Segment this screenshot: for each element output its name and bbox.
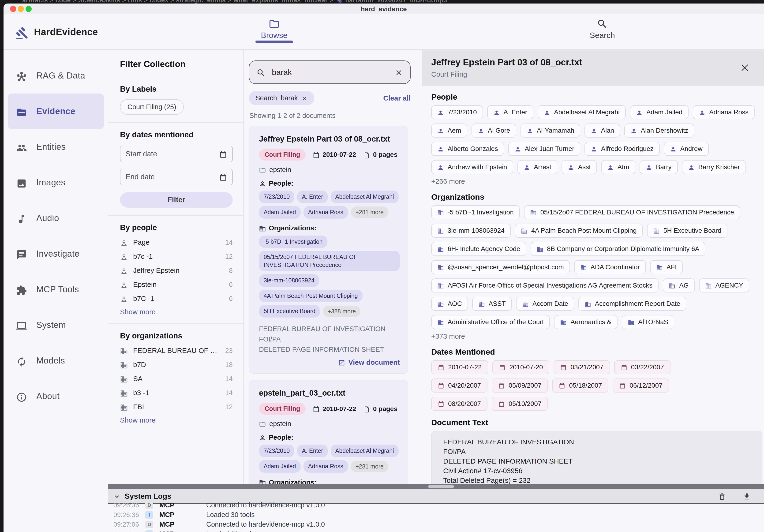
person-chip[interactable]: Abdelbaset Al Megrahi bbox=[331, 444, 399, 457]
person-entity-chip[interactable]: Abdelbaset Al Megrahi bbox=[538, 105, 626, 119]
people-facet-row[interactable]: Page 14 bbox=[120, 235, 233, 249]
sidebar-item-models[interactable]: Models bbox=[8, 343, 104, 379]
person-entity-chip[interactable]: Al Gore bbox=[472, 123, 516, 137]
org-facet-row[interactable]: FBI 12 bbox=[120, 400, 233, 414]
organization-chip[interactable]: -5 b7D -1 Investigation bbox=[259, 236, 327, 248]
tab-browse[interactable]: Browse bbox=[254, 17, 294, 40]
orgs-show-more-link[interactable]: Show more bbox=[120, 416, 233, 424]
person-entity-chip[interactable]: Atm bbox=[601, 160, 635, 174]
date-chip[interactable]: 03/21/2007 bbox=[554, 360, 610, 374]
people-facet-row[interactable]: Epstein 6 bbox=[120, 277, 233, 291]
date-chip[interactable]: 06/12/2007 bbox=[613, 379, 669, 393]
filter-button[interactable]: Filter bbox=[120, 192, 233, 208]
organization-entity-chip[interactable]: -5 b7D -1 Investigation bbox=[431, 205, 520, 219]
clear-search-icon[interactable] bbox=[395, 67, 403, 77]
people-facet-row[interactable]: b7C -1 6 bbox=[120, 291, 233, 306]
person-entity-chip[interactable]: 7/23/2010 bbox=[431, 105, 483, 119]
date-chip[interactable]: 05/10/2007 bbox=[492, 397, 548, 411]
active-search-filter-chip[interactable]: Search: barak bbox=[249, 91, 314, 105]
organization-chip[interactable]: 3le-mm-108063924 bbox=[259, 274, 319, 287]
people-show-more-link[interactable]: Show more bbox=[120, 308, 233, 316]
date-chip[interactable]: 2010-07-20 bbox=[492, 360, 549, 374]
date-chip[interactable]: 2010-07-22 bbox=[431, 360, 488, 374]
person-entity-chip[interactable]: A. Enter bbox=[487, 105, 533, 119]
org-facet-row[interactable]: b7D 18 bbox=[120, 358, 233, 372]
sidebar-item-mcp-tools[interactable]: MCP Tools bbox=[8, 271, 104, 307]
tab-search[interactable]: Search bbox=[582, 17, 622, 40]
organization-entity-chip[interactable]: Accom Date bbox=[516, 297, 574, 311]
scrollbar-thumb[interactable] bbox=[428, 485, 454, 488]
person-chip[interactable]: 7/23/2010 bbox=[259, 444, 294, 457]
person-entity-chip[interactable]: Aem bbox=[431, 123, 467, 137]
sidebar-item-investigate[interactable]: Investigate bbox=[8, 236, 104, 271]
detail-people-more[interactable]: +266 more bbox=[431, 177, 758, 185]
organization-entity-chip[interactable]: Administrative Office of the Court bbox=[431, 315, 550, 329]
person-chip[interactable]: A. Enter bbox=[297, 191, 328, 203]
person-entity-chip[interactable]: Andrew with Epstein bbox=[431, 160, 513, 174]
document-card[interactable]: epstein_part_03_ocr.txt Court Filing 201… bbox=[249, 380, 408, 484]
close-detail-icon[interactable] bbox=[740, 61, 750, 73]
end-date-input[interactable]: End date bbox=[120, 169, 233, 185]
organization-entity-chip[interactable]: AfTOrNaS bbox=[622, 315, 674, 329]
search-input[interactable] bbox=[272, 68, 389, 77]
organization-chip[interactable]: 4A Palm Beach Post Mount Clipping bbox=[259, 290, 363, 302]
horizontal-scrollbar[interactable] bbox=[108, 484, 764, 489]
start-date-input[interactable]: Start date bbox=[120, 146, 233, 162]
organization-entity-chip[interactable]: AOC bbox=[431, 297, 468, 311]
organization-entity-chip[interactable]: AFOSI Air Force Officc of Special Invest… bbox=[431, 278, 659, 292]
document-text-box[interactable]: FEDERAL BUREAU OF INVESTIGATIONFOI/PADEL… bbox=[431, 431, 762, 484]
person-entity-chip[interactable]: Al-Yamamah bbox=[520, 123, 581, 137]
more-people-chip[interactable]: +281 more bbox=[351, 207, 388, 218]
organization-entity-chip[interactable]: 05/15/2o07 FEDERAL BUREAU OF INVESTIGATI… bbox=[524, 205, 740, 219]
organization-entity-chip[interactable]: ASST bbox=[472, 297, 512, 311]
person-chip[interactable]: A. Enter bbox=[297, 444, 328, 457]
search-box[interactable] bbox=[249, 61, 411, 84]
sidebar-item-images[interactable]: Images bbox=[8, 165, 104, 200]
date-chip[interactable]: 03/22/2007 bbox=[614, 360, 670, 374]
document-card[interactable]: Jeffrey Epstein Part 03 of 08_ocr.txt Co… bbox=[249, 126, 408, 374]
people-facet-row[interactable]: Jeffrey Epstein 8 bbox=[120, 264, 233, 277]
trash-icon[interactable] bbox=[718, 491, 726, 501]
organization-entity-chip[interactable]: 6H- Inclute Agency Code bbox=[431, 242, 526, 256]
organization-entity-chip[interactable]: AGENCY bbox=[699, 278, 749, 292]
organization-entity-chip[interactable]: @susan_spencer_wendel@pbpost.com bbox=[431, 260, 570, 274]
remove-filter-icon[interactable] bbox=[301, 94, 308, 102]
sidebar-item-entities[interactable]: Entities bbox=[8, 129, 104, 165]
people-facet-row[interactable]: b7c -1 12 bbox=[120, 249, 233, 264]
person-entity-chip[interactable]: Andrew bbox=[664, 142, 709, 156]
date-chip[interactable]: 05/09/2007 bbox=[492, 379, 548, 393]
organization-entity-chip[interactable]: 5H Exceutive Board bbox=[647, 224, 727, 238]
person-entity-chip[interactable]: Alfredo Rodriguez bbox=[585, 142, 660, 156]
calendar-icon[interactable] bbox=[219, 172, 227, 181]
organization-chip[interactable]: 05/15/2o07 FEDERAL BUREAU OF INVESTIGATI… bbox=[259, 251, 400, 271]
person-chip[interactable]: 7/23/2010 bbox=[259, 191, 294, 203]
person-entity-chip[interactable]: Alberto Gonzales bbox=[431, 142, 504, 156]
clear-all-link[interactable]: Clear all bbox=[383, 94, 411, 102]
sidebar-item-audio[interactable]: Audio bbox=[8, 200, 104, 236]
date-chip[interactable]: 05/18/2007 bbox=[552, 379, 608, 393]
organization-entity-chip[interactable]: Accomplishment Report Date bbox=[578, 297, 686, 311]
chevron-down-icon[interactable] bbox=[113, 492, 120, 500]
more-people-chip[interactable]: +281 more bbox=[351, 461, 388, 472]
organization-entity-chip[interactable]: 8B Company or Corporation Diplomatic Imm… bbox=[531, 242, 705, 256]
organization-chip[interactable]: 5H Exceutive Board bbox=[259, 305, 320, 317]
organization-entity-chip[interactable]: Aeronautics & bbox=[554, 315, 617, 329]
org-facet-row[interactable]: b3 -1 14 bbox=[120, 386, 233, 400]
date-chip[interactable]: 08/20/2007 bbox=[431, 397, 487, 411]
organization-entity-chip[interactable]: 3le-mm-108063924 bbox=[431, 224, 511, 238]
sidebar-item-about[interactable]: About bbox=[8, 379, 104, 414]
calendar-icon[interactable] bbox=[219, 149, 227, 158]
organization-entity-chip[interactable]: AFI bbox=[650, 260, 683, 274]
organization-entity-chip[interactable]: 4A Palm Beach Post Mount Clipping bbox=[515, 224, 643, 238]
person-chip[interactable]: Adriana Ross bbox=[303, 460, 348, 473]
person-entity-chip[interactable]: Alan bbox=[585, 123, 620, 137]
organization-entity-chip[interactable]: ADA Coordinator bbox=[574, 260, 646, 274]
detail-orgs-more[interactable]: +373 more bbox=[431, 332, 758, 340]
person-entity-chip[interactable]: Asst bbox=[561, 160, 597, 174]
person-entity-chip[interactable]: Alex Juan Turner bbox=[508, 142, 581, 156]
sidebar-item-system[interactable]: System bbox=[8, 307, 104, 343]
person-chip[interactable]: Adriana Ross bbox=[303, 206, 348, 219]
person-entity-chip[interactable]: Alan Dershowitz bbox=[624, 123, 694, 137]
view-document-link[interactable]: View document bbox=[338, 358, 400, 366]
person-entity-chip[interactable]: Arrest bbox=[517, 160, 558, 174]
